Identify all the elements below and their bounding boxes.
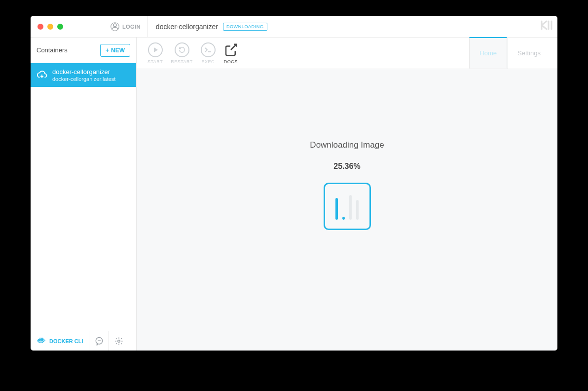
sidebar-header: Containers + NEW xyxy=(31,38,136,63)
header: LOGIN docker-cellorganizer DOWNLOADING xyxy=(31,16,557,38)
kitematic-logo-icon xyxy=(541,20,552,30)
body: Containers + NEW docker-cellorganizer do… xyxy=(31,38,557,351)
settings-button[interactable] xyxy=(109,331,128,351)
new-container-button[interactable]: + NEW xyxy=(100,44,130,57)
brand-logo xyxy=(541,20,557,33)
gear-icon xyxy=(114,337,123,346)
status-badge: DOWNLOADING xyxy=(223,23,267,31)
loading-indicator xyxy=(324,183,371,230)
sidebar-footer: DOCKER CLI xyxy=(31,331,136,351)
svg-rect-6 xyxy=(41,338,42,339)
docker-cli-button[interactable]: DOCKER CLI xyxy=(31,331,89,351)
plus-icon: + xyxy=(106,47,109,54)
login-label: LOGIN xyxy=(122,24,141,30)
loader-bar xyxy=(356,200,359,220)
loader-bar xyxy=(342,217,345,220)
container-list: docker-cellorganizer docker-cellorganize… xyxy=(31,63,136,331)
new-label: NEW xyxy=(111,47,125,54)
container-name: docker-cellorganizer xyxy=(52,68,115,76)
login-button[interactable]: LOGIN xyxy=(104,16,148,37)
fullscreen-window-button[interactable] xyxy=(57,24,63,30)
svg-point-0 xyxy=(113,24,116,27)
whale-icon xyxy=(37,337,46,345)
sidebar-title: Containers xyxy=(37,46,68,54)
container-title: docker-cellorganizer xyxy=(156,23,218,31)
app-window: LOGIN docker-cellorganizer DOWNLOADING C… xyxy=(31,16,557,351)
sidebar-item-docker-cellorganizer[interactable]: docker-cellorganizer docker-cellorganize… xyxy=(31,63,136,87)
loader-bar xyxy=(335,198,338,220)
window-controls xyxy=(31,16,70,37)
sidebar: Containers + NEW docker-cellorganizer do… xyxy=(31,38,137,351)
user-icon xyxy=(110,22,119,31)
svg-point-8 xyxy=(118,340,120,342)
cloud-download-icon xyxy=(37,70,47,80)
svg-rect-5 xyxy=(40,338,41,339)
close-window-button[interactable] xyxy=(37,24,43,30)
content: Downloading Image 25.36% xyxy=(137,44,557,326)
chat-icon xyxy=(95,337,104,346)
status-title: Downloading Image xyxy=(310,140,384,150)
title-block: docker-cellorganizer DOWNLOADING xyxy=(148,23,275,31)
minimize-window-button[interactable] xyxy=(47,24,53,30)
loader-bar xyxy=(349,195,352,220)
status-percent: 25.36% xyxy=(333,162,360,171)
container-text: docker-cellorganizer docker-cellorganize… xyxy=(52,68,115,82)
main: START RESTART EXEC xyxy=(137,38,557,351)
feedback-button[interactable] xyxy=(89,331,109,351)
container-image: docker-cellorganizer:latest xyxy=(52,76,115,82)
docker-cli-label: DOCKER CLI xyxy=(49,338,83,344)
